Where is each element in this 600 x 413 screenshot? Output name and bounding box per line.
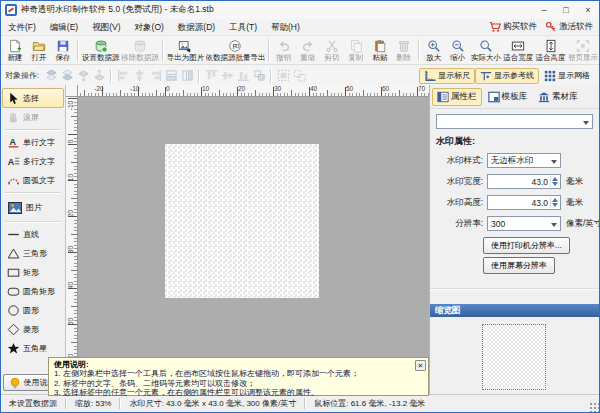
tab-material-library[interactable]: 素材库 [533, 88, 583, 106]
use-screen-dpi-button[interactable]: 使用屏幕分辨率 [483, 257, 555, 274]
dpi-unit: 像素/英寸 [561, 218, 600, 230]
tool-select[interactable]: 选择 [2, 88, 64, 108]
tool-line[interactable]: 直线 [2, 225, 64, 244]
ungroup-icon [291, 68, 307, 84]
arc-text-icon [7, 174, 20, 187]
height-unit: 毫米 [561, 197, 583, 209]
align-top-icon [203, 68, 219, 84]
same-size-icon [251, 68, 267, 84]
panel-separator [5, 221, 61, 223]
title-bar: 神奇透明水印制作软件 5.0 (免费试用) - 未命名1.stb – □ × [1, 1, 599, 19]
tool-image[interactable]: 图片 [2, 196, 64, 219]
tool-rectangle[interactable]: 矩形 [2, 263, 64, 282]
spinner-arrows[interactable] [550, 197, 559, 208]
menu-help[interactable]: 帮助(H) [264, 20, 307, 35]
fit-height-icon [544, 39, 558, 53]
tab-properties[interactable]: 属性栏 [432, 88, 482, 106]
set-datasource-button[interactable]: 设置数据源 [81, 38, 120, 63]
close-instructions-button[interactable]: ✕ [415, 360, 426, 371]
show-guidelines-toggle[interactable]: 显示参考线 [475, 68, 539, 84]
use-printer-dpi-button[interactable]: 使用打印机分辨率... [483, 237, 570, 254]
circle-icon [7, 304, 20, 317]
status-watermark-size: 水印尺寸: 43.0 毫米 x 43.0 毫米, 300 像素/英寸 [121, 398, 304, 409]
menu-view[interactable]: 视图(V) [85, 20, 127, 35]
menu-file[interactable]: 文件(F) [1, 20, 43, 35]
ruler-icon [424, 70, 436, 82]
instruction-line: 3. 选择标签中的任意一个元素，在右侧的属性栏里可以调整该元素的属性。 [54, 388, 412, 397]
batch-export-icon: P [228, 39, 242, 53]
export-image-button[interactable]: 导出为图片 [166, 38, 205, 63]
zoom-out-button[interactable]: 缩小 [446, 38, 470, 63]
element-selector-combo[interactable] [436, 114, 593, 129]
properties-icon [437, 91, 449, 103]
move-backward-icon [91, 68, 107, 84]
watermark-document[interactable] [165, 144, 319, 298]
tool-star[interactable]: 五角星 [2, 339, 64, 358]
multi-line-text-icon: A [7, 155, 20, 168]
tool-arc-text[interactable]: 圆弧文字 [2, 171, 64, 190]
menu-edit[interactable]: 编辑(E) [43, 20, 85, 35]
buy-software-button[interactable]: 购买软件 [489, 21, 537, 33]
copy-button: 复制 [344, 38, 368, 63]
tab-template-library[interactable]: 模板库 [483, 88, 533, 106]
width-unit: 毫米 [561, 176, 583, 188]
tool-diamond[interactable]: 菱形 [2, 320, 64, 339]
save-icon [56, 39, 70, 53]
group-icon [275, 68, 291, 84]
panel-divider [430, 288, 599, 290]
redo-button: 重做 [296, 38, 320, 63]
canvas-area[interactable]: -20 -10 0 10 20 30 40 50 60 70 -10 0 10 … [66, 85, 429, 395]
new-button[interactable]: 新建 [3, 38, 27, 63]
fit-height-button[interactable]: 适合高度 [534, 38, 566, 63]
window-title: 神奇透明水印制作软件 5.0 (免费试用) - 未命名1.stb [21, 4, 214, 16]
copy-icon [349, 39, 363, 53]
zoom-in-button[interactable]: 放大 [422, 38, 446, 63]
thumbnail-header: 缩览图 [430, 304, 599, 317]
instructions-title: 使用说明: [54, 360, 412, 369]
send-to-back-icon [59, 68, 75, 84]
zoom-in-icon [427, 39, 441, 53]
tool-single-line-text[interactable]: A 单行文字 [2, 133, 64, 152]
tool-triangle[interactable]: 三角形 [2, 244, 64, 263]
menu-object[interactable]: 对象(O) [128, 20, 171, 35]
close-button[interactable]: × [577, 1, 599, 19]
tool-rounded-rectangle[interactable]: 圆角矩形 [2, 282, 64, 301]
undo-icon [277, 39, 291, 53]
chevron-down-icon [583, 121, 589, 125]
move-forward-icon [75, 68, 91, 84]
app-window: 神奇透明水印制作软件 5.0 (免费试用) - 未命名1.stb – □ × 文… [0, 0, 600, 413]
star-icon [7, 342, 20, 355]
show-ruler-toggle[interactable]: 显示标尺 [419, 68, 475, 84]
cut-button: 剪切 [320, 38, 344, 63]
tool-multi-line-text[interactable]: A 多行文字 [2, 152, 64, 171]
export-image-icon [178, 39, 192, 53]
paste-button[interactable]: 粘贴 [368, 38, 392, 63]
fit-width-button[interactable]: 适合宽度 [502, 38, 534, 63]
style-select[interactable]: 无边框水印 [487, 153, 561, 168]
width-stepper[interactable]: 43.0 [487, 174, 561, 189]
minimize-button[interactable]: – [533, 1, 555, 19]
show-grid-toggle[interactable]: 显示网格 [539, 68, 595, 84]
panel-separator [5, 129, 61, 131]
batch-export-button[interactable]: P 依数据源批量导出 [205, 38, 266, 63]
arrow-up-icon [552, 198, 558, 202]
resize-grip[interactable] [589, 402, 599, 412]
menu-datasource[interactable]: 数据源(D) [171, 20, 222, 35]
tool-panel: 选择 滚屏 A 单行文字 A 多行文字 圆弧文字 图片 直线 [1, 85, 66, 395]
actual-size-button[interactable]: 实际大小 [470, 38, 502, 63]
vertical-ruler: -10 0 10 20 30 40 50 60 [66, 97, 78, 395]
menu-tools[interactable]: 工具(T) [222, 20, 264, 35]
align-left-icon [115, 68, 131, 84]
spinner-arrows[interactable] [550, 176, 559, 187]
maximize-button[interactable]: □ [555, 1, 577, 19]
height-stepper[interactable]: 43.0 [487, 195, 561, 210]
bulb-icon [9, 377, 21, 389]
dpi-select[interactable]: 300 [487, 216, 561, 231]
save-button[interactable]: 保存 [51, 38, 75, 63]
tool-pan: 滚屏 [2, 108, 64, 127]
activate-software-button[interactable]: 激活软件 [545, 21, 593, 33]
open-button[interactable]: 打开 [27, 38, 51, 63]
tool-circle[interactable]: 圆形 [2, 301, 64, 320]
remove-datasource-icon [133, 39, 147, 53]
cart-icon [489, 21, 501, 33]
